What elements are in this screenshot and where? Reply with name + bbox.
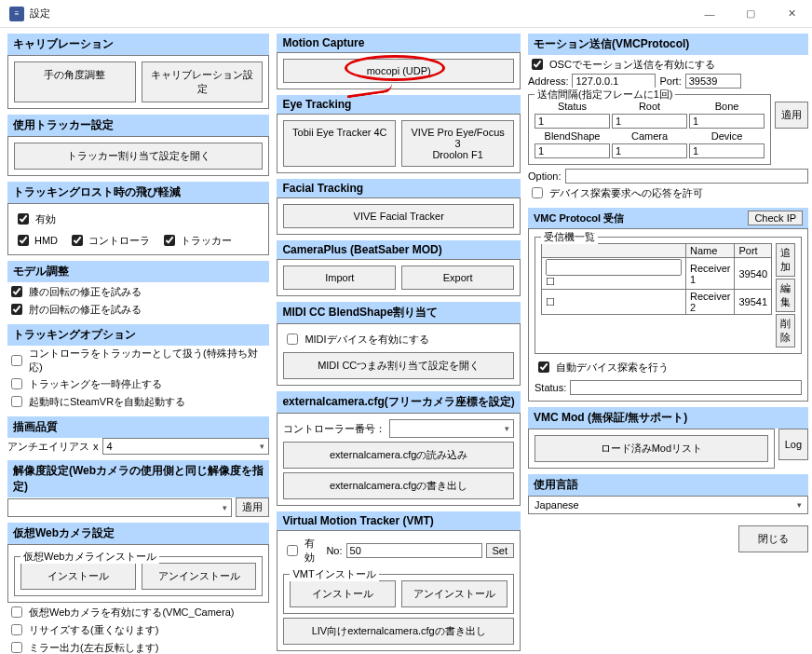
aa-label: アンチエイリアス <box>7 440 89 454</box>
vive-facial-button[interactable]: VIVE Facial Tracker <box>283 204 514 228</box>
address-input[interactable] <box>572 74 656 89</box>
mod-list-button[interactable]: ロード済みModリスト <box>535 435 768 462</box>
controller-no-select[interactable]: ▾ <box>389 419 514 438</box>
calibration-header: キャリブレーション <box>7 34 269 55</box>
right-column: モーション送信(VMCProtocol) OSCでモーション送信を有効にする A… <box>528 34 808 654</box>
hand-angle-button[interactable]: 手の角度調整 <box>14 61 136 102</box>
resize-checkbox[interactable] <box>11 624 22 635</box>
vmc-mod-header: VMC Mod (無保証/無サポート) <box>528 407 808 429</box>
model-adjust-header: モデル調整 <box>7 261 269 282</box>
device-interval-input[interactable] <box>689 143 765 158</box>
osc-enable-checkbox[interactable] <box>532 59 543 70</box>
status-interval-input[interactable] <box>535 114 610 129</box>
app-icon: ≡ <box>9 7 24 21</box>
ctrl-as-tracker-checkbox[interactable] <box>11 355 22 366</box>
mirror-checkbox[interactable] <box>11 642 22 653</box>
calibration-settings-button[interactable]: キャリブレーション設定 <box>142 61 264 102</box>
midi-enable-checkbox[interactable] <box>287 334 298 345</box>
midi-header: MIDI CC BlendShape割り当て <box>277 302 521 323</box>
vmc-recv-header: VMC Protocol 受信 <box>534 211 624 225</box>
vmt-enable-checkbox[interactable] <box>287 545 298 556</box>
add-receiver-button[interactable]: 追加 <box>776 243 795 277</box>
elbow-fix-checkbox[interactable] <box>11 304 22 315</box>
uninstall-button[interactable]: アンインストール <box>142 563 257 590</box>
root-interval-input[interactable] <box>612 114 687 129</box>
cameraplus-header: CameraPlus (BeatSaber MOD) <box>277 240 521 259</box>
titlebar: ≡ 設定 — ▢ ✕ <box>0 0 812 28</box>
minimize-button[interactable]: — <box>689 0 730 28</box>
lost-enabled-checkbox[interactable] <box>18 213 29 225</box>
controller-checkbox[interactable] <box>72 235 83 246</box>
render-quality-header: 描画品質 <box>7 416 269 438</box>
address-label: Address: <box>528 75 568 87</box>
autostart-steamvr-checkbox[interactable] <box>11 396 22 407</box>
chevron-down-icon: ▾ <box>260 442 264 451</box>
vmt-uninstall-button[interactable]: アンインストール <box>401 580 508 607</box>
auto-discovery-checkbox[interactable] <box>538 361 549 373</box>
language-select[interactable]: Japanese▾ <box>528 496 808 514</box>
resolution-apply-button[interactable]: 適用 <box>236 497 269 517</box>
pause-tracking-checkbox[interactable] <box>11 378 22 389</box>
close-settings-button[interactable]: 閉じる <box>738 525 808 552</box>
option-input[interactable] <box>565 169 809 184</box>
option-label: Option: <box>528 170 561 182</box>
knee-fix-checkbox[interactable] <box>11 286 22 297</box>
maximize-button[interactable]: ▢ <box>730 0 771 28</box>
window-title: 設定 <box>30 7 689 20</box>
liv-extcam-button[interactable]: LIV向けexternalcamera.cfgの書き出し <box>283 618 514 645</box>
hmd-checkbox[interactable] <box>18 235 29 246</box>
extcam-read-button[interactable]: externalcamera.cfgの読み込み <box>283 442 514 469</box>
edit-receiver-button[interactable]: 編集 <box>776 279 795 312</box>
check-ip-button[interactable]: Check IP <box>748 211 803 225</box>
lang-header: 使用言語 <box>528 474 808 496</box>
chevron-down-icon: ▾ <box>223 503 227 512</box>
tobii-button[interactable]: Tobii Eye Tracker 4C <box>283 120 396 167</box>
tracker-settings-header: 使用トラッカー設定 <box>7 115 269 136</box>
center-column: Motion Capture mocopi (UDP) Eye Tracking… <box>277 34 521 654</box>
port-input[interactable] <box>685 74 741 89</box>
port-label: Port: <box>659 75 681 87</box>
camera-interval-input[interactable] <box>612 143 687 158</box>
table-row: ☐Receiver 239541 <box>542 290 772 315</box>
vmt-install-group: VMTインストール <box>290 567 378 581</box>
vmt-no-input[interactable] <box>346 543 482 558</box>
device-discovery-checkbox[interactable] <box>532 187 543 198</box>
vmt-install-button[interactable]: インストール <box>290 580 396 607</box>
chevron-down-icon: ▾ <box>505 424 509 433</box>
bone-interval-input[interactable] <box>689 114 765 129</box>
receiver-table: NamePort ☐Receiver 139540 ☐Receiver 2395… <box>541 243 772 315</box>
extcam-header: externalcamera.cfg(フリーカメラ座標を設定) <box>277 391 521 413</box>
resolution-select[interactable]: ▾ <box>7 498 232 517</box>
aa-select[interactable]: 4▾ <box>102 438 270 455</box>
log-button[interactable]: Log <box>778 429 808 460</box>
midi-settings-button[interactable]: MIDI CCつまみ割り当て設定を開く <box>283 352 514 379</box>
chevron-down-icon: ▾ <box>797 500 802 510</box>
open-tracker-assignment-button[interactable]: トラッカー割り当て設定を開く <box>14 143 263 170</box>
facial-tracking-header: Facial Tracking <box>277 179 521 198</box>
vive-eye-button[interactable]: VIVE Pro Eye/Focus 3 Droolon F1 <box>401 120 514 167</box>
table-row: ☐Receiver 139540 <box>542 258 772 290</box>
send-apply-button[interactable]: 適用 <box>775 102 808 129</box>
close-button[interactable]: ✕ <box>771 0 812 28</box>
import-button[interactable]: Import <box>283 266 396 290</box>
extcam-write-button[interactable]: externalcamera.cfgの書き出し <box>283 472 514 499</box>
tracker-checkbox[interactable] <box>164 235 175 246</box>
resolution-header: 解像度設定(Webカメラの使用側と同じ解像度を指定) <box>7 460 269 497</box>
tracking-lost-header: トラッキングロスト時の飛び軽減 <box>7 182 269 203</box>
blendshape-interval-input[interactable] <box>535 143 610 158</box>
vmt-no-label: No: <box>326 545 342 556</box>
recv-status-field <box>570 380 802 395</box>
motion-capture-header: Motion Capture <box>277 34 521 52</box>
receiver-list-group: 受信機一覧 <box>541 230 598 244</box>
export-button[interactable]: Export <box>401 266 514 290</box>
mocopi-button[interactable]: mocopi (UDP) <box>283 59 514 83</box>
vmt-set-button[interactable]: Set <box>486 543 515 558</box>
motion-send-header: モーション送信(VMCProtocol) <box>528 34 808 55</box>
enable-vcam-checkbox[interactable] <box>11 606 22 618</box>
controller-no-label: コントローラー番号： <box>283 422 386 436</box>
vmt-header: Virtual Motion Tracker (VMT) <box>277 511 521 530</box>
virtualcam-header: 仮想Webカメラ設定 <box>7 523 269 544</box>
install-button[interactable]: インストール <box>20 563 136 590</box>
tracking-options-header: トラッキングオプション <box>7 324 269 346</box>
delete-receiver-button[interactable]: 削除 <box>776 314 795 347</box>
